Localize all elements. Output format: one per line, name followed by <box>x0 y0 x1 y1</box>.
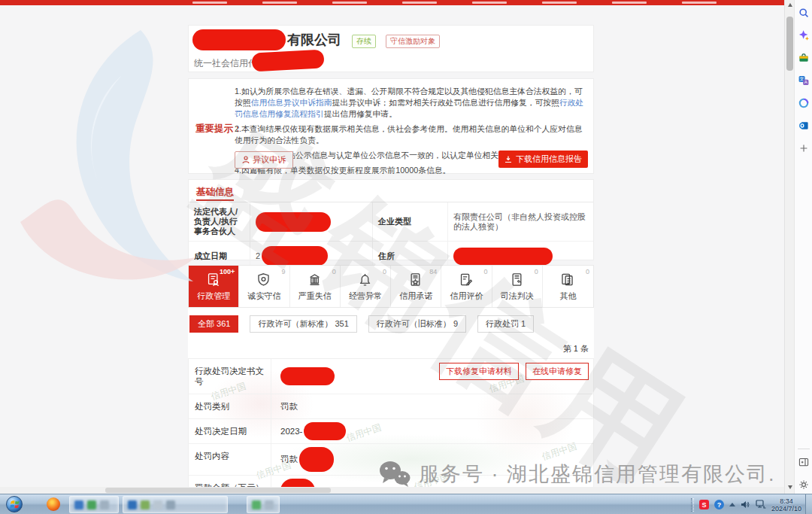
doc-grid-icon <box>560 272 574 287</box>
company-header-card: 有限公司 存续 守信激励对象 统一社会信用代码：91 <box>188 25 594 72</box>
penalty-table-row: 处罚内容罚款 <box>189 444 593 476</box>
copilot-icon[interactable] <box>795 26 812 45</box>
nav-menu-item[interactable] <box>332 2 367 4</box>
appeal-guide-link[interactable]: 信用信息异议申诉指南 <box>251 98 332 107</box>
site-navbar <box>0 0 784 5</box>
penalty-row-value: 罚款 <box>271 394 593 418</box>
add-icon[interactable] <box>795 138 812 158</box>
vertical-scrollbar[interactable] <box>784 0 794 494</box>
online-repair-apply-button[interactable]: 在线申请修复 <box>526 363 589 380</box>
download-icon <box>504 156 512 163</box>
legal-rep-label: 法定代表人/负责人/执行事务合伙人 <box>189 202 250 242</box>
download-repair-materials-button[interactable]: 下载修复申请材料 <box>439 363 519 380</box>
panel-icon[interactable] <box>795 452 812 472</box>
nav-menu-item[interactable] <box>682 2 717 4</box>
filter-admin-penalty[interactable]: 行政处罚 1 <box>477 315 534 333</box>
search-icon[interactable] <box>795 3 812 23</box>
windows-taskbar: S ? 8:34 2024/7/10 <box>0 494 812 514</box>
founded-date-redaction <box>262 246 328 266</box>
taskbar-clock[interactable]: 8:34 2024/7/10 <box>771 497 801 512</box>
tab-label: 行政管理 <box>197 290 230 302</box>
tab-other[interactable]: 0其他 <box>543 266 593 307</box>
designer-icon[interactable] <box>795 93 812 113</box>
record-filters: 全部 361行政许可（新标准） 351行政许可（旧标准） 9行政处罚 1 <box>189 315 534 333</box>
outlook-icon[interactable] <box>795 116 812 135</box>
penalty-row-value: 2023- <box>271 419 593 443</box>
triangle-up-icon <box>788 3 792 7</box>
tab-credit-commitment[interactable]: 84信用承诺 <box>391 266 441 307</box>
taskbar-window-button[interactable] <box>69 496 119 513</box>
tab-count: 0 <box>535 268 538 275</box>
show-desktop-button[interactable] <box>805 494 812 514</box>
tray-grip[interactable] <box>691 498 694 512</box>
company-name-suffix: 有限公司 <box>287 31 341 49</box>
tab-judicial-judgment[interactable]: 0司法判决 <box>492 266 543 307</box>
tab-serious-dishonesty[interactable]: 0严重失信 <box>290 266 341 307</box>
legal-rep-redaction <box>256 212 331 232</box>
company-type-label: 企业类型 <box>373 202 448 242</box>
windows-flag-icon <box>10 500 20 509</box>
redaction <box>299 447 334 472</box>
tab-label: 司法判决 <box>501 290 534 302</box>
volume-icon[interactable] <box>741 500 750 509</box>
tab-count: 9 <box>281 268 285 275</box>
shopping-icon[interactable] <box>795 48 812 68</box>
filter-admin-license-old[interactable]: 行政许可（旧标准） 9 <box>368 315 466 333</box>
nav-menu-item[interactable] <box>262 2 297 4</box>
tab-label: 信用承诺 <box>399 290 432 302</box>
appeal-button-label: 异议申诉 <box>253 154 286 166</box>
taskbar-window-button[interactable] <box>123 496 228 513</box>
doc-star-icon <box>408 272 423 287</box>
tab-admin-management[interactable]: 100+行政管理 <box>189 266 239 307</box>
record-category-tabs: 100+行政管理9诚实守信0严重失信0经营异常84信用承诺0信用评价0司法判决0… <box>188 265 594 308</box>
tab-label: 信用评价 <box>450 290 483 302</box>
nav-menu-item[interactable] <box>612 2 647 4</box>
clock-time: 8:34 <box>771 497 801 505</box>
nav-menu-item[interactable] <box>472 2 507 4</box>
penalty-row-label: 处罚内容 <box>189 444 271 475</box>
redaction <box>304 422 346 440</box>
download-button-label: 下载信用信息报告 <box>516 154 582 165</box>
notice-line-1: 1.如认为所展示信息存在错误、遗漏、公开期限不符合规定以及其他侵犯信息主体合法权… <box>235 86 589 120</box>
tab-label: 其他 <box>559 290 576 302</box>
tab-abnormal-operation[interactable]: 0经营异常 <box>341 266 391 307</box>
clock-date: 2024/7/10 <box>771 505 801 512</box>
company-type-value: 有限责任公司（非自然人投资或控股的法人独资） <box>448 202 593 242</box>
divider <box>798 449 810 449</box>
translate-icon[interactable]: 文A <box>795 71 812 90</box>
nav-menu-item[interactable] <box>192 2 227 4</box>
penalty-detail-table: 行政处罚决定书文号下载修复申请材料在线申请修复处罚类别罚款处罚决定日期2023-… <box>188 358 594 494</box>
status-badge: 存续 <box>352 35 376 48</box>
filter-all[interactable]: 全部 361 <box>189 315 238 333</box>
record-index: 第 1 条 <box>563 343 589 354</box>
system-tray: S ? 8:34 2024/7/10 <box>691 494 801 514</box>
penalty-row-value: 罚款 <box>271 444 593 475</box>
redaction <box>280 367 335 385</box>
basic-info-title: 基础信息 <box>196 186 234 199</box>
horizontal-scrollbar[interactable] <box>0 487 784 494</box>
appeal-button[interactable]: 异议申诉 <box>235 151 293 169</box>
horizontal-scrollbar-thumb[interactable] <box>105 488 331 493</box>
sogou-tray-icon[interactable]: S <box>699 500 709 509</box>
settings-icon[interactable] <box>795 475 812 494</box>
penalty-table-row: 处罚类别罚款 <box>189 394 593 419</box>
penalty-table-row: 处罚决定日期2023- <box>189 419 593 444</box>
pinned-browser-icon[interactable] <box>47 497 60 511</box>
download-credit-report-button[interactable]: 下载信用信息报告 <box>498 151 588 168</box>
basic-info-table: 法定代表人/负责人/执行事务合伙人 企业类型 有限责任公司（非自然人投资或控股的… <box>189 202 593 271</box>
svg-text:A: A <box>804 80 807 84</box>
help-tray-icon[interactable]: ? <box>714 500 724 509</box>
shield-icon <box>256 272 271 287</box>
tab-honesty-trustworthy[interactable]: 9诚实守信 <box>239 266 289 307</box>
show-hidden-icons-button[interactable] <box>729 503 735 506</box>
company-name-redaction <box>192 29 286 50</box>
tab-credit-evaluation[interactable]: 0信用评价 <box>441 266 492 307</box>
nav-menu-item[interactable] <box>542 2 577 4</box>
vertical-scrollbar-thumb[interactable] <box>786 17 793 71</box>
nav-menu-item[interactable] <box>402 2 437 4</box>
taskbar-window-button[interactable] <box>247 496 280 513</box>
sidebar-icon-stack: 文A <box>795 3 812 158</box>
start-button[interactable] <box>6 496 23 512</box>
network-icon[interactable] <box>756 500 766 509</box>
filter-admin-license-new[interactable]: 行政许可（新标准） 351 <box>250 315 356 333</box>
